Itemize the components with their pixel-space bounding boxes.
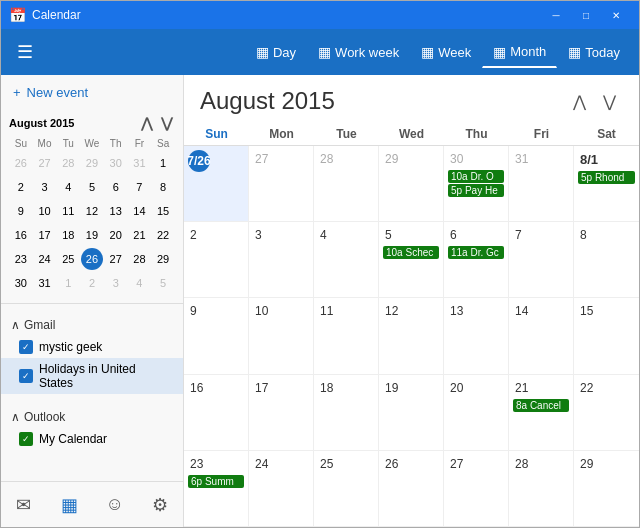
mini-cal-day[interactable]: 27 — [34, 152, 56, 174]
mini-cal-day[interactable]: 29 — [81, 152, 103, 174]
cell-event[interactable]: 5p Pay He — [448, 184, 504, 197]
mini-cal-day[interactable]: 25 — [57, 248, 79, 270]
month-cell[interactable]: 20 — [444, 375, 509, 450]
month-cell[interactable]: 7/26 — [184, 146, 249, 221]
mini-cal-day[interactable]: 23 — [10, 248, 32, 270]
month-cell[interactable]: 236p Summ — [184, 451, 249, 526]
mini-cal-day[interactable]: 1 — [152, 152, 174, 174]
toolbar-workweek-button[interactable]: ▦ Work week — [307, 36, 410, 68]
month-cell[interactable]: 510a Schec — [379, 222, 444, 297]
month-cell[interactable]: 15 — [574, 298, 639, 373]
mini-cal-day[interactable]: 3 — [105, 272, 127, 294]
cell-event[interactable]: 6p Summ — [188, 475, 244, 488]
month-cell[interactable]: 11 — [314, 298, 379, 373]
mini-cal-day[interactable]: 1 — [57, 272, 79, 294]
mini-cal-prev[interactable]: ⋀ — [137, 114, 155, 132]
month-cell[interactable]: 14 — [509, 298, 574, 373]
month-cell[interactable]: 13 — [444, 298, 509, 373]
month-cell[interactable]: 28 — [509, 451, 574, 526]
month-cell[interactable]: 7 — [509, 222, 574, 297]
month-cell[interactable]: 3010a Dr. O5p Pay He — [444, 146, 509, 221]
mini-cal-day[interactable]: 20 — [105, 224, 127, 246]
cell-event[interactable]: 10a Dr. O — [448, 170, 504, 183]
close-button[interactable]: ✕ — [601, 1, 631, 29]
mini-cal-day[interactable]: 15 — [152, 200, 174, 222]
month-cell[interactable]: 22 — [574, 375, 639, 450]
calendar-nav-button[interactable]: ▦ — [49, 485, 89, 525]
mini-cal-day[interactable]: 5 — [152, 272, 174, 294]
sidebar-scroll[interactable]: ∧ Gmail ✓ mystic geek ✓ Holidays in Unit… — [1, 308, 183, 481]
month-cell[interactable]: 29 — [574, 451, 639, 526]
holidays-item[interactable]: ✓ Holidays in United States — [1, 358, 183, 394]
mini-cal-day[interactable]: 22 — [152, 224, 174, 246]
month-cell[interactable]: 18 — [314, 375, 379, 450]
mini-cal-day[interactable]: 28 — [57, 152, 79, 174]
month-cell[interactable]: 8 — [574, 222, 639, 297]
cell-event[interactable]: 8a Cancel — [513, 399, 569, 412]
mini-cal-day[interactable]: 4 — [57, 176, 79, 198]
mini-cal-day[interactable]: 26 — [81, 248, 103, 270]
mini-cal-day[interactable]: 29 — [152, 248, 174, 270]
mini-cal-day[interactable]: 6 — [105, 176, 127, 198]
toolbar-day-button[interactable]: ▦ Day — [245, 36, 307, 68]
cal-prev-button[interactable]: ⋀ — [565, 87, 593, 115]
cell-event[interactable]: 11a Dr. Gc — [448, 246, 504, 259]
settings-nav-button[interactable]: ⚙ — [140, 485, 180, 525]
mini-cal-day[interactable]: 27 — [105, 248, 127, 270]
month-cell[interactable]: 12 — [379, 298, 444, 373]
mini-cal-day[interactable]: 4 — [128, 272, 150, 294]
mini-cal-day[interactable]: 8 — [152, 176, 174, 198]
cal-next-button[interactable]: ⋁ — [595, 87, 623, 115]
month-cell[interactable]: 9 — [184, 298, 249, 373]
mini-cal-day[interactable]: 17 — [34, 224, 56, 246]
mini-cal-day[interactable]: 11 — [57, 200, 79, 222]
mini-cal-day[interactable]: 19 — [81, 224, 103, 246]
month-cell[interactable]: 4 — [314, 222, 379, 297]
mini-cal-day[interactable]: 10 — [34, 200, 56, 222]
outlook-group-header[interactable]: ∧ Outlook — [1, 406, 183, 428]
my-calendar-checkbox[interactable]: ✓ — [19, 432, 33, 446]
mini-cal-day[interactable]: 18 — [57, 224, 79, 246]
month-cell[interactable]: 19 — [379, 375, 444, 450]
month-cell[interactable]: 27 — [249, 146, 314, 221]
hamburger-button[interactable]: ☰ — [9, 36, 41, 68]
mini-cal-day[interactable]: 31 — [128, 152, 150, 174]
minimize-button[interactable]: ─ — [541, 1, 571, 29]
mini-cal-day[interactable]: 31 — [34, 272, 56, 294]
mini-cal-day[interactable]: 13 — [105, 200, 127, 222]
new-event-button[interactable]: + New event — [1, 75, 183, 110]
month-cell[interactable]: 26 — [379, 451, 444, 526]
mini-cal-day[interactable]: 26 — [10, 152, 32, 174]
month-cell[interactable]: 27 — [444, 451, 509, 526]
month-cell[interactable]: 17 — [249, 375, 314, 450]
month-cell[interactable]: 2 — [184, 222, 249, 297]
mini-cal-day[interactable]: 2 — [10, 176, 32, 198]
mini-cal-next[interactable]: ⋁ — [157, 114, 175, 132]
mini-cal-day[interactable]: 12 — [81, 200, 103, 222]
month-cell[interactable]: 24 — [249, 451, 314, 526]
cell-event[interactable]: 5p Rhond — [578, 171, 635, 184]
mini-cal-day[interactable]: 24 — [34, 248, 56, 270]
maximize-button[interactable]: □ — [571, 1, 601, 29]
month-cell[interactable]: 29 — [379, 146, 444, 221]
month-cell[interactable]: 611a Dr. Gc — [444, 222, 509, 297]
mini-cal-day[interactable]: 7 — [128, 176, 150, 198]
month-cell[interactable]: 218a Cancel — [509, 375, 574, 450]
mini-cal-day[interactable]: 5 — [81, 176, 103, 198]
my-calendar-item[interactable]: ✓ My Calendar — [1, 428, 183, 450]
mini-cal-day[interactable]: 30 — [10, 272, 32, 294]
mini-cal-day[interactable]: 2 — [81, 272, 103, 294]
mini-cal-day[interactable]: 21 — [128, 224, 150, 246]
cell-event[interactable]: 10a Schec — [383, 246, 439, 259]
mini-cal-day[interactable]: 28 — [128, 248, 150, 270]
month-cell[interactable]: 31 — [509, 146, 574, 221]
month-cell[interactable]: 8/15p Rhond — [574, 146, 639, 221]
month-cell[interactable]: 16 — [184, 375, 249, 450]
toolbar-month-button[interactable]: ▦ Month — [482, 36, 557, 68]
mini-cal-day[interactable]: 14 — [128, 200, 150, 222]
mystic-geek-item[interactable]: ✓ mystic geek — [1, 336, 183, 358]
people-nav-button[interactable]: ☺ — [95, 485, 135, 525]
mini-cal-day[interactable]: 16 — [10, 224, 32, 246]
month-cell[interactable]: 3 — [249, 222, 314, 297]
holidays-checkbox[interactable]: ✓ — [19, 369, 33, 383]
